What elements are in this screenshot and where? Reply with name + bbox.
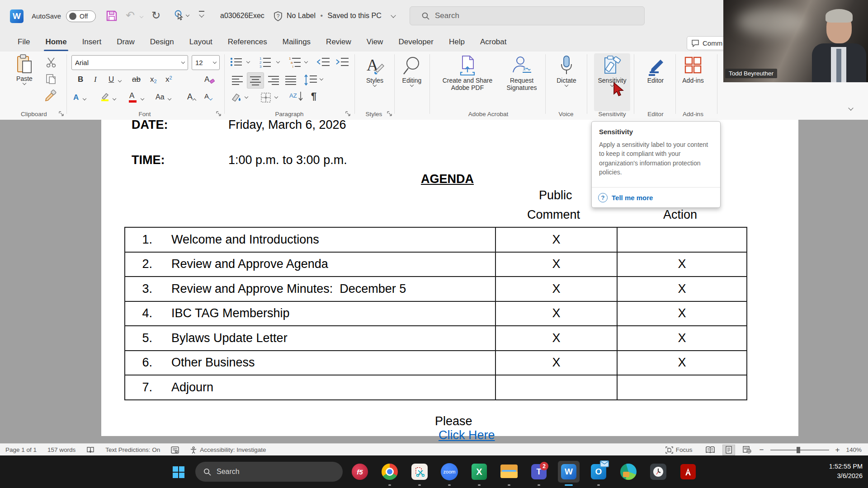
sensitivity-shield-icon[interactable]: ? xyxy=(273,11,283,22)
taskbar-icon-f5[interactable]: f5 xyxy=(349,461,371,483)
read-mode-button[interactable] xyxy=(704,445,716,455)
addins-button[interactable]: Add-ins xyxy=(678,55,708,84)
numbering-button[interactable]: 1 2 3 xyxy=(259,56,271,68)
taskbar-icon-zoom[interactable]: zoom xyxy=(439,461,460,483)
undo-icon[interactable]: ↶ xyxy=(126,9,135,22)
tab-insert[interactable]: Insert xyxy=(75,33,109,51)
editor-button[interactable]: Editor xyxy=(641,55,670,84)
redo-icon[interactable]: ↻ xyxy=(151,9,160,22)
font-name-combo[interactable]: Arial xyxy=(71,55,188,70)
tab-file[interactable]: File xyxy=(10,33,38,51)
increase-indent-button[interactable] xyxy=(335,57,349,67)
taskbar-icon-app-swirl[interactable] xyxy=(618,461,639,483)
taskbar-clock[interactable]: 1:52:55 PM 3/6/2026 xyxy=(829,462,863,481)
underline-button[interactable]: U xyxy=(108,75,114,84)
word-count[interactable]: 157 words xyxy=(42,446,81,453)
change-case-dropdown-icon[interactable] xyxy=(168,97,171,100)
styles-button[interactable]: A Styles xyxy=(360,55,390,86)
clipboard-dialog-launcher[interactable] xyxy=(59,111,64,116)
taskbar-icon-adobe-acrobat[interactable] xyxy=(677,461,699,483)
dictate-button[interactable]: Dictate xyxy=(552,55,580,86)
bullets-dropdown-icon[interactable] xyxy=(246,60,250,63)
undo-dropdown-icon[interactable] xyxy=(140,14,143,18)
shading-dropdown-icon[interactable] xyxy=(245,95,248,99)
zoom-slider-handle[interactable] xyxy=(797,447,800,453)
font-size-combo[interactable]: 12 xyxy=(192,55,220,70)
proofing-icon[interactable] xyxy=(81,446,100,454)
line-spacing-dropdown-icon[interactable] xyxy=(320,77,323,80)
subscript-button[interactable]: x2 xyxy=(150,75,157,84)
paste-button[interactable]: Paste xyxy=(10,54,39,84)
print-layout-button[interactable] xyxy=(722,445,735,455)
tab-view[interactable]: View xyxy=(359,33,391,51)
zoom-out-button[interactable]: − xyxy=(760,446,764,455)
taskbar-icon-snipping-tool[interactable] xyxy=(409,461,430,483)
font-dialog-launcher[interactable] xyxy=(216,111,221,116)
numbering-dropdown-icon[interactable] xyxy=(276,60,280,63)
start-button[interactable] xyxy=(173,466,184,478)
paragraph-dialog-launcher[interactable] xyxy=(345,111,350,116)
request-signatures-button[interactable]: x Request Signatures xyxy=(501,55,542,91)
highlight-dropdown-icon[interactable] xyxy=(113,97,116,100)
web-layout-button[interactable] xyxy=(741,445,753,455)
search-bar[interactable]: Search xyxy=(410,6,645,25)
font-color-button[interactable]: A xyxy=(129,91,134,100)
qat-customize-icon[interactable] xyxy=(199,12,204,17)
multilevel-list-button[interactable]: 1 a i xyxy=(288,56,301,68)
editing-button[interactable]: Editing xyxy=(398,55,426,86)
taskbar-icon-file-explorer[interactable] xyxy=(498,461,520,483)
borders-button[interactable] xyxy=(260,92,271,103)
tab-draw[interactable]: Draw xyxy=(109,33,142,51)
taskbar-icon-outlook[interactable]: O xyxy=(588,461,609,483)
align-center-button[interactable] xyxy=(247,72,264,89)
styles-dialog-launcher[interactable] xyxy=(387,111,392,116)
shrink-font-button[interactable]: A xyxy=(204,92,212,100)
line-spacing-button[interactable] xyxy=(304,74,317,86)
superscript-button[interactable]: x2 xyxy=(165,75,172,84)
text-predictions[interactable]: Text Predictions: On xyxy=(100,446,165,453)
show-formatting-button[interactable]: ¶ xyxy=(311,90,316,102)
tab-developer[interactable]: Developer xyxy=(391,33,441,51)
tab-layout[interactable]: Layout xyxy=(182,33,220,51)
font-color-dropdown-icon[interactable] xyxy=(141,97,144,100)
touch-mode-dropdown-icon[interactable] xyxy=(186,13,189,17)
tab-design[interactable]: Design xyxy=(142,33,182,51)
text-predictions-icon[interactable] xyxy=(165,446,184,454)
page-indicator[interactable]: Page 1 of 1 xyxy=(0,446,42,453)
highlight-button[interactable] xyxy=(100,92,110,103)
save-icon[interactable] xyxy=(105,9,118,23)
change-case-button[interactable]: Aa xyxy=(156,93,165,101)
clear-formatting-button[interactable]: A xyxy=(204,75,215,84)
justify-button[interactable] xyxy=(285,75,297,85)
autosave-toggle[interactable]: Off xyxy=(66,10,96,22)
strikethrough-button[interactable]: ab xyxy=(132,75,141,84)
tab-home[interactable]: Home xyxy=(38,33,74,51)
zoom-slider[interactable] xyxy=(770,450,829,450)
bullets-button[interactable] xyxy=(230,57,242,67)
copy-icon[interactable] xyxy=(45,73,57,85)
label-status-dropdown-icon[interactable] xyxy=(391,13,396,18)
borders-dropdown-icon[interactable] xyxy=(274,95,278,99)
taskbar-icon-word-active[interactable]: W xyxy=(558,461,580,483)
format-painter-icon[interactable] xyxy=(44,89,57,101)
taskbar-icon-chrome[interactable] xyxy=(379,461,401,483)
click-here-link[interactable]: Click Here xyxy=(439,428,495,442)
create-share-pdf-button[interactable]: Create and Share Adobe PDF xyxy=(438,55,497,91)
accessibility-checker[interactable]: Accessibility: Investigate xyxy=(184,446,271,454)
cut-icon[interactable] xyxy=(45,57,57,68)
word-app-icon[interactable]: W xyxy=(10,9,24,23)
align-left-button[interactable] xyxy=(231,75,243,85)
multilevel-dropdown-icon[interactable] xyxy=(304,60,308,63)
tell-me-more-link[interactable]: Tell me more xyxy=(612,194,653,202)
align-right-button[interactable] xyxy=(268,75,279,85)
taskbar-icon-teams[interactable]: T 2 xyxy=(528,461,550,483)
grow-font-button[interactable]: A xyxy=(187,92,196,102)
bold-button[interactable]: B xyxy=(78,75,83,84)
zoom-in-button[interactable]: + xyxy=(835,446,840,455)
collapse-ribbon-icon[interactable] xyxy=(848,105,853,110)
taskbar-icon-clock-app[interactable] xyxy=(647,461,669,483)
shading-button[interactable] xyxy=(231,92,242,103)
sensitivity-button[interactable]: Sensitivity xyxy=(594,53,630,111)
taskbar-icon-excel[interactable]: X xyxy=(468,461,490,483)
taskbar-search[interactable]: Search xyxy=(195,462,343,482)
